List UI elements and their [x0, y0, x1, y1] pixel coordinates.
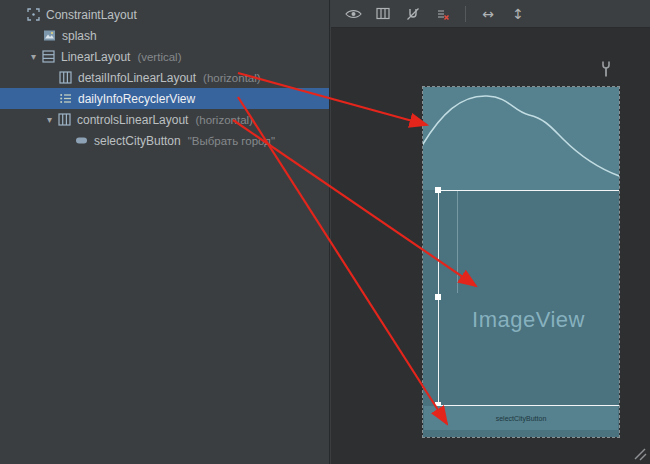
- blueprint-mode-icon[interactable]: [373, 4, 393, 24]
- pan-vertical-icon[interactable]: ↕: [508, 4, 528, 24]
- tree-item-label: LinearLayout: [61, 50, 130, 64]
- design-pane: ↔ ↕ ImageView: [331, 0, 650, 464]
- recyclerview-list-icon: [59, 92, 72, 105]
- tree-item-label: dailyInfoRecyclerView: [78, 92, 195, 106]
- toolbar-separator: [465, 6, 466, 22]
- tree-item-detailinfolinearlayout[interactable]: detailInfoLinearLayout (horizontal): [0, 67, 329, 88]
- component-tree-panel: ConstraintLayout splash ▾ LinearLayout (…: [0, 0, 330, 464]
- tree-item-dailyinforecyclerview[interactable]: dailyInfoRecyclerView: [0, 88, 329, 109]
- chevron-down-icon[interactable]: ▾: [27, 52, 40, 62]
- wrench-icon[interactable]: [599, 60, 613, 81]
- design-toolbar: ↔ ↕: [331, 0, 650, 28]
- clear-constraints-icon[interactable]: [433, 4, 453, 24]
- layout-editor-window: ConstraintLayout splash ▾ LinearLayout (…: [0, 0, 650, 464]
- tree-item-label: detailInfoLinearLayout: [78, 71, 196, 85]
- view-options-icon[interactable]: [343, 4, 363, 24]
- autoconnect-off-icon[interactable]: [403, 4, 423, 24]
- image-icon: [43, 29, 56, 42]
- selectcitybutton-widget[interactable]: selectCityButton: [424, 406, 618, 430]
- button-icon: [75, 134, 88, 147]
- tree-item-label: selectCityButton: [94, 134, 181, 148]
- pan-horizontal-icon[interactable]: ↔: [478, 4, 498, 24]
- tree-item-linearlayout[interactable]: ▾ LinearLayout (vertical): [0, 46, 329, 67]
- linearlayout-vertical-icon: [42, 50, 55, 63]
- tree-item-label: ConstraintLayout: [46, 8, 137, 22]
- chevron-down-icon[interactable]: ▾: [43, 115, 56, 125]
- tree-item-selectcitybutton[interactable]: selectCityButton "Выбрать город": [0, 130, 329, 151]
- tree-item-splash[interactable]: splash: [0, 25, 329, 46]
- tree-item-annotation: (vertical): [137, 51, 181, 63]
- design-surface[interactable]: ImageView selectCityButton: [331, 28, 650, 464]
- linearlayout-horizontal-icon: [59, 71, 72, 84]
- tree-item-label: splash: [62, 29, 97, 43]
- tree-item-annotation: (horizontal): [203, 72, 261, 84]
- guide-line: [457, 191, 458, 293]
- imageview-widget[interactable]: ImageView: [438, 307, 619, 333]
- button-label: selectCityButton: [496, 415, 547, 422]
- tree-item-label: controlsLinearLayout: [77, 113, 188, 127]
- weather-curve: [423, 87, 619, 190]
- device-screen[interactable]: ImageView selectCityButton: [423, 87, 619, 437]
- selection-handle[interactable]: [435, 187, 441, 193]
- tree-item-annotation: (horizontal): [195, 114, 253, 126]
- constraintlayout-icon: [27, 8, 40, 21]
- detailinfo-region[interactable]: [423, 87, 619, 190]
- selection-border-top: [438, 190, 619, 191]
- resize-grip[interactable]: [633, 447, 647, 461]
- linearlayout-horizontal-icon: [58, 113, 71, 126]
- selection-handle[interactable]: [435, 294, 441, 300]
- tree-item-value: "Выбрать город": [188, 135, 275, 147]
- tree-item-constraintlayout[interactable]: ConstraintLayout: [0, 4, 329, 25]
- tree-item-controlslinearlayout[interactable]: ▾ controlsLinearLayout (horizontal): [0, 109, 329, 130]
